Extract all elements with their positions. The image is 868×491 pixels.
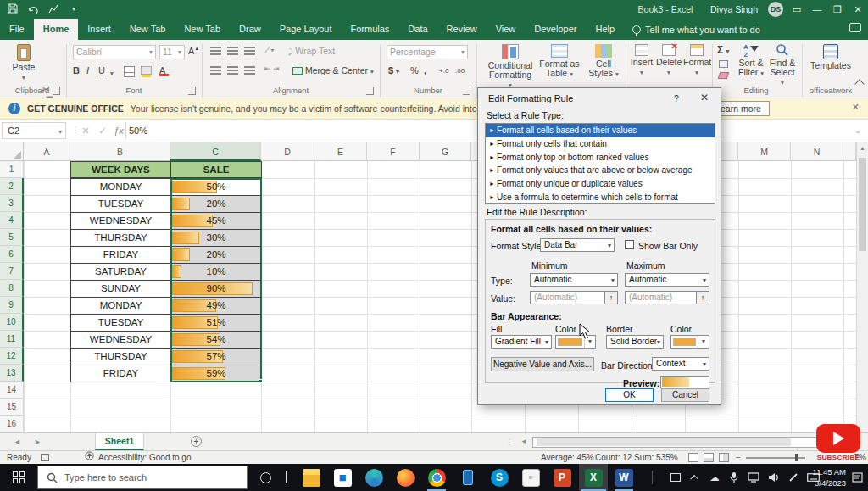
table-cell-sale[interactable]: 59% xyxy=(170,365,262,382)
conditional-formatting-button[interactable]: ConditionalFormatting ▾ xyxy=(487,44,534,90)
redo-icon[interactable] xyxy=(27,3,39,14)
merge-center-button[interactable]: Merge & Center ▾ xyxy=(292,65,374,75)
row-header-1[interactable]: 1 xyxy=(0,161,24,178)
task-view-icon[interactable] xyxy=(280,464,293,491)
sheet-nav-left-icon[interactable]: ◄ xyxy=(14,433,21,450)
table-cell-day[interactable]: TUESDAY xyxy=(70,195,171,213)
table-cell-day[interactable]: THURSDAY xyxy=(70,229,171,247)
row-header-8[interactable]: 8 xyxy=(0,280,24,297)
row-header-2[interactable]: 2 xyxy=(0,178,24,195)
table-cell-day[interactable]: FRIDAY xyxy=(70,365,171,382)
chrome-icon[interactable] xyxy=(424,464,449,491)
row-header-10[interactable]: 10 xyxy=(0,314,24,331)
rule-type-item[interactable]: Format only top or bottom ranked values xyxy=(486,151,715,165)
fill-button[interactable] xyxy=(719,60,728,68)
row-header-14[interactable]: 14 xyxy=(0,382,24,399)
increase-decimal-button[interactable]: +.0 xyxy=(439,67,448,75)
borders-button[interactable] xyxy=(124,66,135,77)
column-header-g[interactable]: G xyxy=(420,142,471,161)
rule-type-item[interactable]: Format all cells based on their values xyxy=(486,124,715,137)
row-header-13[interactable]: 13 xyxy=(0,365,24,382)
percent-style-button[interactable]: % xyxy=(410,65,419,75)
table-cell-sale[interactable]: 50% xyxy=(170,178,262,196)
action-center-icon[interactable] xyxy=(848,464,866,491)
format-as-table-button[interactable]: Format asTable ▾ xyxy=(537,44,581,79)
ribbon-tab-new-tab[interactable]: New Tab xyxy=(120,19,175,40)
tell-me-box[interactable]: Tell me what you want to do xyxy=(624,19,769,40)
save-icon[interactable] xyxy=(7,3,19,14)
ribbon-tab-review[interactable]: Review xyxy=(437,19,487,40)
sheet-nav-right-icon[interactable]: ► xyxy=(34,433,42,450)
powerpoint-icon[interactable]: P xyxy=(549,464,575,491)
chart-tool-icon[interactable] xyxy=(47,3,59,14)
warning-close-icon[interactable]: ✕ xyxy=(852,102,860,113)
type-max-select[interactable]: Automatic xyxy=(625,273,709,287)
fill-select[interactable]: Gradient Fill xyxy=(491,335,552,349)
collapse-dialog-icon[interactable]: ↑ xyxy=(696,292,709,304)
macro-record-icon[interactable] xyxy=(41,454,49,461)
row-header-7[interactable]: 7 xyxy=(0,263,24,280)
align-left-icon[interactable] xyxy=(210,66,221,68)
insert-function-icon[interactable]: ƒx xyxy=(111,122,126,139)
sheet-tab-sheet1[interactable]: Sheet1 xyxy=(95,433,144,450)
table-cell-sale[interactable]: 20% xyxy=(170,195,262,213)
column-header-d[interactable]: D xyxy=(261,142,314,161)
normal-view-button[interactable] xyxy=(688,453,698,462)
close-button[interactable]: ✕ xyxy=(848,0,868,19)
table-cell-day[interactable]: THURSDAY xyxy=(70,348,171,365)
collapse-dialog-icon[interactable]: ↑ xyxy=(604,292,617,304)
horizontal-scrollbar[interactable] xyxy=(532,437,858,448)
tray-window-icon[interactable] xyxy=(666,464,685,491)
select-all-corner[interactable] xyxy=(0,142,24,161)
rule-type-item[interactable]: Format only cells that contain xyxy=(486,137,715,151)
tray-chevron-up-icon[interactable] xyxy=(687,464,704,491)
cancel-button[interactable]: Cancel xyxy=(661,388,709,402)
table-header-cell[interactable]: SALE xyxy=(170,161,262,178)
rule-type-item[interactable]: Format only unique or duplicate values xyxy=(486,177,715,191)
column-header-n[interactable]: N xyxy=(791,142,843,161)
table-cell-sale[interactable]: 30% xyxy=(170,229,262,247)
speaker-icon[interactable] xyxy=(765,464,783,491)
youtube-subscribe-overlay[interactable]: SUBSCRIBE xyxy=(810,424,866,465)
onedrive-cloud-icon[interactable]: ☁ xyxy=(705,464,724,491)
tab-splitter[interactable]: ⋮ xyxy=(505,433,513,450)
dialog-help-icon[interactable]: ? xyxy=(670,93,683,103)
table-cell-sale[interactable]: 10% xyxy=(170,263,262,281)
templates-button[interactable]: Templates xyxy=(807,44,854,70)
accounting-format-button[interactable]: $ ▾ xyxy=(388,65,399,75)
find-select-button[interactable]: Find &Select ▾ xyxy=(768,43,797,87)
row-header-6[interactable]: 6 xyxy=(0,246,24,263)
italic-button[interactable]: I xyxy=(86,65,89,75)
horizontal-scroll-thumb[interactable] xyxy=(537,438,791,446)
row-header-5[interactable]: 5 xyxy=(0,229,24,246)
bold-button[interactable]: B xyxy=(73,65,80,75)
formula-input[interactable]: 50% xyxy=(129,122,147,139)
table-cell-day[interactable]: MONDAY xyxy=(70,297,171,315)
ribbon-tab-data[interactable]: Data xyxy=(398,19,437,40)
table-cell-sale[interactable]: 51% xyxy=(170,314,262,332)
new-sheet-button[interactable]: + xyxy=(191,436,202,447)
grow-font-button[interactable]: A▲ xyxy=(188,46,199,56)
type-min-select[interactable]: Automatic xyxy=(530,273,618,287)
row-header-15[interactable]: 15 xyxy=(0,399,24,416)
font-name-select[interactable]: Calibri xyxy=(73,45,156,59)
microphone-icon[interactable] xyxy=(726,464,743,491)
ribbon-tab-home[interactable]: Home xyxy=(34,19,79,40)
table-cell-sale[interactable]: 49% xyxy=(170,297,262,315)
sheet-grid[interactable]: ABCDEFGHIJKLMN 12345678910111213141516 W… xyxy=(0,142,868,432)
table-cell-sale[interactable]: 57% xyxy=(170,348,262,365)
row-header-16[interactable]: 16 xyxy=(0,416,24,432)
orientation-button[interactable]: ⟋▾ xyxy=(264,45,275,55)
clipboard-dialog-launcher-icon[interactable] xyxy=(53,87,60,95)
sort-filter-button[interactable]: AZ Sort &Filter ▾ xyxy=(736,43,766,78)
minimize-button[interactable]: — xyxy=(807,0,827,19)
table-cell-day[interactable]: WEDNESDAY xyxy=(70,331,171,349)
page-layout-view-button[interactable] xyxy=(704,453,714,462)
number-format-select[interactable]: Percentage xyxy=(387,45,468,59)
zoom-slider-thumb[interactable] xyxy=(795,454,798,461)
feedback-icon[interactable] xyxy=(849,23,861,32)
row-header-4[interactable]: 4 xyxy=(0,212,24,229)
align-middle-icon[interactable] xyxy=(227,47,238,48)
paste-button[interactable]: Paste▾ xyxy=(7,44,41,82)
hscroll-left-icon[interactable]: ◄ xyxy=(520,433,527,450)
